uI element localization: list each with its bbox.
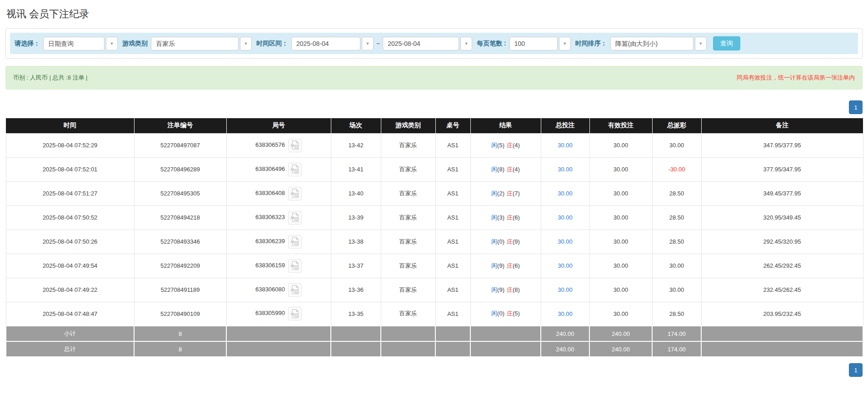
subtotal-row-empty xyxy=(381,326,435,341)
video-replay-button[interactable] xyxy=(288,139,302,152)
query-type-select[interactable]: 日期查询 ▼ xyxy=(43,37,118,50)
total-bet-link[interactable]: 30.00 xyxy=(558,262,573,269)
cell-session: 13-38 xyxy=(331,230,381,254)
cell-valid-bet: 30.00 xyxy=(589,278,652,302)
date-from-select[interactable]: 2025-08-04 ▼ xyxy=(291,37,374,50)
total-bet-link[interactable]: 30.00 xyxy=(558,166,573,173)
cell-total-bet: 30.00 xyxy=(541,133,589,157)
cell-total-bet: 30.00 xyxy=(541,254,589,278)
round-id-text: 638306080 xyxy=(255,286,285,293)
video-file-icon xyxy=(290,260,300,270)
cell-remark: 292.45/320.95 xyxy=(701,230,863,254)
cell-game-type: 百家乐 xyxy=(381,133,435,157)
cell-remark: 320.95/349.45 xyxy=(701,205,863,230)
table-row: 2025-08-04 07:50:26522708493346638306239… xyxy=(6,230,863,254)
cell-remark: 262.45/292.45 xyxy=(701,254,863,278)
date-to-select[interactable]: 2025-08-04 ▼ xyxy=(383,37,472,50)
result-banker-label: 庄 xyxy=(507,238,513,245)
chevron-down-icon[interactable]: ▼ xyxy=(695,37,707,50)
cell-time: 2025-08-04 07:49:22 xyxy=(6,278,134,302)
sort-value[interactable]: 降冪(由大到小) xyxy=(610,37,693,50)
total-bet-link[interactable]: 30.00 xyxy=(558,238,573,245)
total-bet-link[interactable]: 30.00 xyxy=(558,142,573,149)
total-bet-link[interactable]: 30.00 xyxy=(558,214,573,221)
result-banker-score: (4) xyxy=(513,142,520,149)
total-bet-link[interactable]: 30.00 xyxy=(558,190,573,197)
video-replay-button[interactable] xyxy=(288,211,302,225)
search-button[interactable]: 查询 xyxy=(713,36,740,50)
total-row-empty xyxy=(226,341,331,357)
chevron-down-icon[interactable]: ▼ xyxy=(559,37,571,50)
date-from-value[interactable]: 2025-08-04 xyxy=(291,37,360,50)
game-type-select[interactable]: 百家乐 ▼ xyxy=(151,37,252,50)
total-row-count: 8 xyxy=(134,341,226,357)
result-banker-label: 庄 xyxy=(507,190,513,197)
video-replay-button[interactable] xyxy=(288,307,302,320)
cell-bet-id: 522708496289 xyxy=(134,157,226,181)
page-1-button[interactable]: 1 xyxy=(849,363,863,377)
result-banker-score: (7) xyxy=(513,190,520,197)
cell-valid-bet: 30.00 xyxy=(589,205,652,230)
cell-session: 13-42 xyxy=(331,133,381,157)
cell-remark: 347.95/377.95 xyxy=(701,133,863,157)
result-player-label: 闲 xyxy=(491,166,497,173)
chevron-down-icon[interactable]: ▼ xyxy=(460,37,472,50)
cell-game-type: 百家乐 xyxy=(381,302,435,326)
table-header: 时间注单编号局号场次游戏类别桌号结果总投注有效投注总派彩备注 xyxy=(6,118,863,133)
subtotal-row-empty xyxy=(470,326,541,341)
cell-table-no: AS1 xyxy=(435,181,470,205)
game-type-group: 游戏类别 百家乐 ▼ xyxy=(122,37,252,50)
cell-payout: 28.50 xyxy=(652,205,701,230)
page-size-value[interactable]: 100 xyxy=(509,37,558,50)
sort-select[interactable]: 降冪(由大到小) ▼ xyxy=(610,37,707,50)
cell-round-id: 638306080 xyxy=(226,278,331,302)
result-player-label: 闲 xyxy=(491,310,497,317)
game-type-value[interactable]: 百家乐 xyxy=(151,37,239,50)
pagination-top: 1 xyxy=(5,100,863,114)
result-player-score: (0) xyxy=(497,310,504,317)
total-bet-link[interactable]: 30.00 xyxy=(558,310,573,317)
result-banker-score: (4) xyxy=(513,166,520,173)
filter-panel: 请选择： 日期查询 ▼ 游戏类别 百家乐 ▼ 时间区间： 2025-08-04 … xyxy=(5,28,863,59)
subtotal-row: 小计8240.00240.00174.00 xyxy=(6,326,863,341)
cell-session: 13-41 xyxy=(331,157,381,181)
cell-remark: 349.45/377.95 xyxy=(701,181,863,205)
result-player-label: 闲 xyxy=(491,214,497,221)
column-header-5: 桌号 xyxy=(435,118,470,133)
cell-time: 2025-08-04 07:51:27 xyxy=(6,181,134,205)
page-size-select[interactable]: 100 ▼ xyxy=(509,37,571,50)
total-bet-link[interactable]: 30.00 xyxy=(558,286,573,293)
valid-bet-note: 同局有效投注，统一计算在该局第一张注单内 xyxy=(737,74,855,82)
game-type-label: 游戏类别 xyxy=(122,40,148,48)
page-1-button[interactable]: 1 xyxy=(849,100,863,114)
result-player-label: 闲 xyxy=(491,142,497,149)
cell-payout: 30.00 xyxy=(652,278,701,302)
total-row-remark xyxy=(701,341,863,357)
video-replay-button[interactable] xyxy=(288,283,302,297)
chevron-down-icon[interactable]: ▼ xyxy=(106,37,118,50)
cell-bet-id: 522708493346 xyxy=(134,230,226,254)
date-to-value[interactable]: 2025-08-04 xyxy=(383,37,459,50)
video-replay-button[interactable] xyxy=(288,163,302,176)
cell-game-type: 百家乐 xyxy=(381,205,435,230)
result-banker-score: (6) xyxy=(513,262,520,269)
video-replay-button[interactable] xyxy=(288,187,302,200)
chevron-down-icon[interactable]: ▼ xyxy=(362,37,374,50)
cell-table-no: AS1 xyxy=(435,205,470,230)
subtotal-row-empty xyxy=(331,326,381,341)
cell-valid-bet: 30.00 xyxy=(589,181,652,205)
video-file-icon xyxy=(290,188,300,198)
cell-valid-bet: 30.00 xyxy=(589,302,652,326)
cell-payout: 28.50 xyxy=(652,230,701,254)
query-type-value[interactable]: 日期查询 xyxy=(43,37,105,50)
cell-remark: 203.95/232.45 xyxy=(701,302,863,326)
result-banker-label: 庄 xyxy=(507,310,513,317)
video-replay-button[interactable] xyxy=(288,259,302,273)
total-row-empty xyxy=(331,341,381,357)
cell-total-bet: 30.00 xyxy=(541,181,589,205)
chevron-down-icon[interactable]: ▼ xyxy=(240,37,252,50)
video-replay-button[interactable] xyxy=(288,235,302,249)
result-player-score: (3) xyxy=(497,214,504,221)
subtotal-row-empty xyxy=(435,326,470,341)
total-row-empty xyxy=(435,341,470,357)
